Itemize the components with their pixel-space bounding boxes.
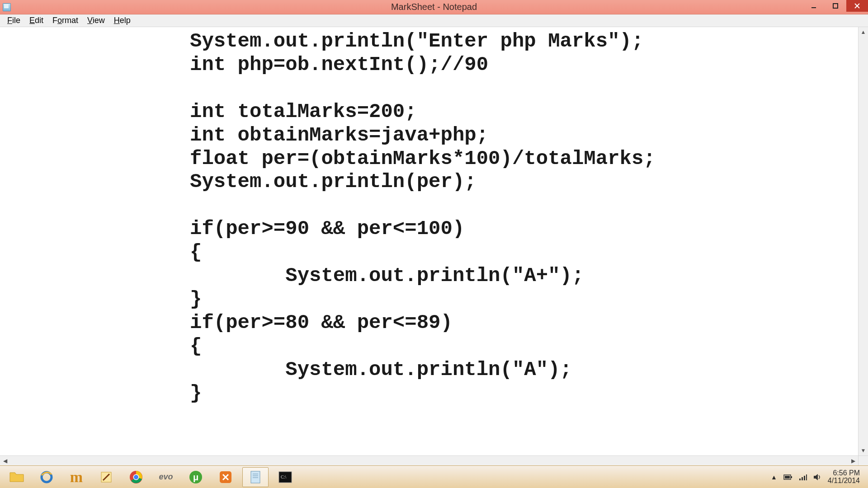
system-tray: ▲ 6:56 PM 4/11/2014 (764, 469, 866, 485)
minimize-button[interactable] (803, 0, 825, 12)
file-explorer-icon[interactable] (4, 467, 30, 487)
xampp-icon[interactable] (212, 467, 239, 487)
maximize-icon (832, 3, 839, 9)
menu-label: ile (12, 16, 20, 25)
internet-explorer-icon[interactable] (33, 467, 60, 487)
svg-rect-24 (806, 474, 807, 480)
windows-taskbar: m evo μ C:\ ▲ 6:56 PM 4/11/2014 (0, 465, 868, 488)
svg-text:μ: μ (193, 472, 198, 482)
svg-rect-20 (785, 476, 790, 479)
taskbar-clock[interactable]: 6:56 PM 4/11/2014 (828, 469, 860, 485)
menu-label: iew (93, 16, 105, 25)
svg-rect-1 (833, 4, 838, 8)
menu-label: dit (35, 16, 43, 25)
menu-label: elp (120, 16, 131, 25)
svg-rect-21 (799, 479, 801, 480)
battery-icon[interactable] (783, 474, 793, 480)
maximize-button[interactable] (825, 0, 846, 12)
svg-rect-19 (791, 476, 792, 478)
menu-file[interactable]: File (3, 15, 25, 26)
window-title-bar: MarkSheet - Notepad (0, 0, 868, 14)
close-button[interactable] (846, 0, 868, 12)
notepad-taskbar-icon[interactable] (242, 467, 269, 487)
tray-overflow-icon[interactable]: ▲ (771, 474, 777, 481)
clock-date: 4/11/2014 (828, 477, 860, 485)
window-title: MarkSheet - Notepad (0, 2, 868, 12)
menu-edit[interactable]: Edit (25, 15, 48, 26)
scroll-down-arrow-icon[interactable]: ▼ (859, 446, 868, 455)
scroll-up-arrow-icon[interactable]: ▲ (859, 27, 868, 37)
chrome-icon[interactable] (123, 467, 149, 487)
menu-format[interactable]: Format (48, 15, 83, 26)
window-controls (803, 0, 868, 14)
utorrent-icon[interactable]: μ (183, 467, 209, 487)
editor-content: System.out.println("Enter php Marks"); i… (190, 30, 656, 404)
volume-icon[interactable] (813, 474, 821, 481)
svg-rect-12 (251, 471, 260, 483)
vertical-scrollbar[interactable]: ▲ ▼ (858, 27, 868, 455)
evo-icon[interactable]: evo (153, 467, 179, 487)
editor-area: System.out.println("Enter php Marks"); i… (0, 27, 868, 465)
vertical-scroll-track[interactable] (859, 37, 868, 446)
clock-time: 6:56 PM (828, 469, 860, 477)
cmd-icon[interactable]: C:\ (272, 467, 298, 487)
svg-rect-23 (804, 476, 805, 480)
menu-view[interactable]: View (83, 15, 109, 26)
horizontal-scrollbar[interactable]: ◀ ▶ (0, 455, 858, 465)
minimize-icon (811, 3, 817, 9)
svg-rect-22 (802, 477, 803, 480)
notepad-app-icon (3, 3, 11, 11)
svg-point-8 (134, 475, 138, 479)
svg-text:C:\: C:\ (281, 474, 286, 479)
horizontal-scroll-track[interactable] (10, 456, 848, 465)
scroll-corner (858, 455, 868, 465)
menu-bar: File Edit Format View Help (0, 14, 868, 27)
scroll-left-arrow-icon[interactable]: ◀ (0, 456, 10, 465)
notepad-plus-icon[interactable] (93, 467, 119, 487)
scroll-right-arrow-icon[interactable]: ▶ (848, 456, 858, 465)
network-icon[interactable] (799, 474, 807, 481)
menu-help[interactable]: Help (109, 15, 135, 26)
close-icon (854, 3, 860, 9)
text-editor[interactable]: System.out.println("Enter php Marks"); i… (0, 27, 868, 465)
menu-label: rmat (62, 16, 78, 25)
maxthon-icon[interactable]: m (63, 467, 90, 487)
